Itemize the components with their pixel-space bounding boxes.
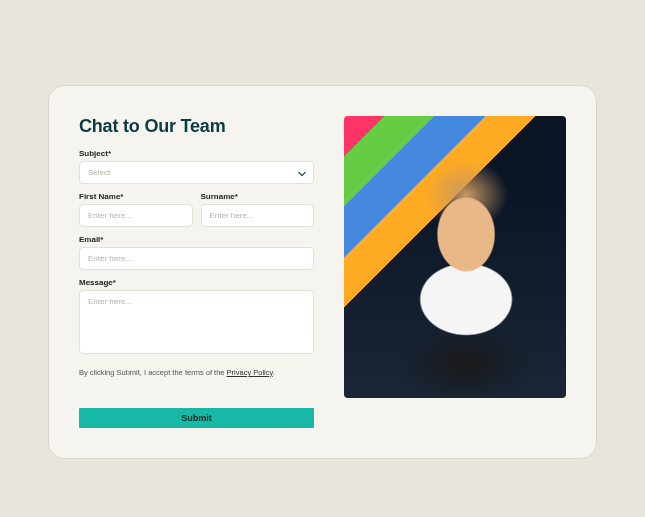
first-name-label: First Name* xyxy=(79,192,193,201)
contact-card: Chat to Our Team Subject* Select First N… xyxy=(48,85,597,459)
surname-input[interactable] xyxy=(201,204,315,227)
message-field: Message* xyxy=(79,278,314,358)
first-name-field: First Name* xyxy=(79,192,193,227)
surname-label: Surname* xyxy=(201,192,315,201)
terms-suffix: . xyxy=(273,368,275,377)
team-photo xyxy=(344,116,566,398)
privacy-policy-link[interactable]: Privacy Policy xyxy=(227,368,273,377)
terms-text: By clicking Submit, I accept the terms o… xyxy=(79,368,314,377)
subject-select-wrap: Select xyxy=(79,161,314,184)
form-column: Chat to Our Team Subject* Select First N… xyxy=(79,116,314,428)
message-label: Message* xyxy=(79,278,314,287)
email-field: Email* xyxy=(79,235,314,270)
email-label: Email* xyxy=(79,235,314,244)
subject-select[interactable]: Select xyxy=(79,161,314,184)
terms-prefix: By clicking Submit, I accept the terms o… xyxy=(79,368,227,377)
submit-button[interactable]: Submit xyxy=(79,408,314,428)
email-input[interactable] xyxy=(79,247,314,270)
subject-field: Subject* Select xyxy=(79,149,314,184)
page-title: Chat to Our Team xyxy=(79,116,314,137)
image-column xyxy=(344,116,566,428)
surname-field: Surname* xyxy=(201,192,315,227)
first-name-input[interactable] xyxy=(79,204,193,227)
subject-label: Subject* xyxy=(79,149,314,158)
name-row: First Name* Surname* xyxy=(79,192,314,235)
message-textarea[interactable] xyxy=(79,290,314,354)
